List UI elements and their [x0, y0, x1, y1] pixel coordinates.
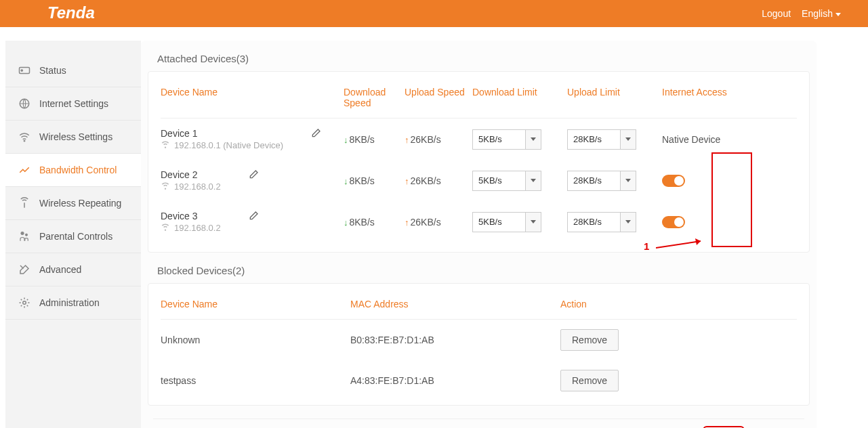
- table-row: Device 1 192.168.0.1 (Native Device) ↓8K…: [161, 119, 797, 160]
- sidebar-item-label: Internet Settings: [39, 98, 108, 109]
- table-row: Unknown B0:83:FE:B7:D1:AB Remove: [161, 320, 797, 360]
- edit-icon[interactable]: [248, 169, 259, 182]
- globe-icon: [18, 97, 31, 110]
- table-row: Device 3 192.168.0.2 ↓8KB/s ↑26KB/s: [161, 201, 797, 242]
- top-bar: Tenda Logout English: [0, 0, 868, 27]
- attached-header-row: Device Name Download Speed Upload Speed …: [161, 81, 797, 119]
- device-ip: 192.168.0.1 (Native Device): [174, 140, 283, 150]
- col-name-header: Device Name: [161, 87, 344, 98]
- sidebar-item-advanced[interactable]: Advanced: [5, 253, 141, 286]
- blocked-name: testpass: [161, 375, 350, 386]
- wifi-icon: [18, 130, 31, 144]
- parental-icon: [18, 230, 31, 243]
- sidebar: Status Internet Settings Wireless Settin…: [5, 41, 141, 428]
- access-toggle[interactable]: [662, 175, 685, 187]
- gear-icon: [18, 296, 31, 309]
- blocked-mac: B0:83:FE:B7:D1:AB: [350, 335, 560, 345]
- sidebar-item-status[interactable]: Status: [5, 54, 141, 87]
- ul-limit-dropdown[interactable]: [620, 171, 636, 191]
- download-arrow-icon: ↓: [344, 217, 348, 228]
- device-ip: 192.168.0.2: [174, 223, 221, 233]
- wifi-small-icon: [161, 223, 170, 233]
- device-name: Device 2: [161, 169, 221, 180]
- sidebar-item-label: Administration: [39, 297, 100, 308]
- wifi-small-icon: [161, 140, 170, 150]
- upload-arrow-icon: ↑: [405, 217, 409, 228]
- access-native: Native Device: [662, 134, 737, 145]
- tools-icon: [18, 263, 31, 276]
- antenna-icon: [18, 196, 31, 210]
- blocked-panel: Device Name MAC Address Action Unknown B…: [148, 283, 810, 406]
- ul-limit-input[interactable]: [567, 212, 620, 232]
- sidebar-item-label: Status: [39, 65, 66, 76]
- dl-speed: 8KB/s: [350, 134, 375, 145]
- chart-icon: [18, 163, 31, 177]
- sidebar-item-repeating[interactable]: Wireless Repeating: [5, 187, 141, 220]
- svg-point-5: [21, 232, 24, 235]
- wifi-small-icon: [161, 181, 170, 192]
- download-arrow-icon: ↓: [344, 135, 348, 145]
- sidebar-item-wireless[interactable]: Wireless Settings: [5, 121, 141, 154]
- blocked-mac: A4:83:FE:B7:D1:AB: [350, 375, 560, 386]
- footer-actions: OK Cancel: [153, 419, 804, 428]
- dashboard-icon: [18, 64, 31, 77]
- col-dlspeed-header: Download Speed: [344, 87, 405, 108]
- dl-speed: 8KB/s: [350, 175, 375, 186]
- blocked-title: Blocked Devices(2): [148, 265, 810, 283]
- device-name: Device 3: [161, 211, 221, 221]
- language-select[interactable]: English: [802, 8, 841, 19]
- dl-limit-dropdown[interactable]: [525, 171, 541, 191]
- dl-limit-input[interactable]: [472, 129, 525, 150]
- attached-title: Attached Devices(3): [148, 53, 810, 71]
- svg-point-2: [21, 70, 23, 72]
- svg-text:Tenda: Tenda: [47, 5, 95, 22]
- edit-icon[interactable]: [310, 128, 321, 141]
- device-ip: 192.168.0.2: [174, 181, 221, 192]
- brand-logo: Tenda: [47, 5, 122, 22]
- ul-speed: 26KB/s: [411, 175, 441, 186]
- bcol-action-header: Action: [560, 299, 642, 309]
- ul-limit-dropdown[interactable]: [620, 129, 636, 150]
- attached-panel: Device Name Download Speed Upload Speed …: [148, 71, 810, 253]
- col-access-header: Internet Access: [662, 87, 737, 98]
- upload-arrow-icon: ↑: [405, 135, 409, 145]
- download-arrow-icon: ↓: [344, 176, 348, 186]
- ul-speed: 26KB/s: [411, 134, 441, 145]
- blocked-header-row: Device Name MAC Address Action: [161, 293, 797, 320]
- top-links: Logout English: [762, 8, 841, 19]
- ul-limit-input[interactable]: [567, 171, 620, 191]
- access-toggle[interactable]: [662, 216, 685, 228]
- sidebar-item-parental[interactable]: Parental Controls: [5, 220, 141, 253]
- dl-limit-input[interactable]: [472, 212, 525, 232]
- chevron-down-icon: [835, 13, 841, 16]
- col-ullimit-header: Upload Limit: [567, 87, 662, 98]
- upload-arrow-icon: ↑: [405, 176, 409, 186]
- sidebar-item-label: Bandwidth Control: [39, 165, 117, 175]
- dl-speed: 8KB/s: [350, 217, 375, 228]
- sidebar-item-label: Parental Controls: [39, 231, 112, 242]
- table-row: Device 2 192.168.0.2 ↓8KB/s ↑26KB/s: [161, 160, 797, 201]
- dl-limit-dropdown[interactable]: [525, 129, 541, 150]
- ul-limit-dropdown[interactable]: [620, 212, 636, 232]
- ul-limit-input[interactable]: [567, 129, 620, 150]
- col-ulspeed-header: Upload Speed: [405, 87, 472, 98]
- svg-point-7: [23, 301, 26, 305]
- edit-icon[interactable]: [248, 211, 259, 223]
- svg-point-6: [25, 234, 27, 236]
- svg-point-4: [24, 140, 25, 142]
- remove-button[interactable]: Remove: [560, 370, 619, 391]
- blocked-name: Unknown: [161, 335, 350, 345]
- sidebar-item-bandwidth[interactable]: Bandwidth Control: [5, 154, 141, 187]
- sidebar-item-label: Advanced: [39, 264, 81, 275]
- dl-limit-input[interactable]: [472, 171, 525, 191]
- remove-button[interactable]: Remove: [560, 329, 619, 351]
- sidebar-item-internet[interactable]: Internet Settings: [5, 87, 141, 121]
- sidebar-item-admin[interactable]: Administration: [5, 286, 141, 320]
- table-row: testpass A4:83:FE:B7:D1:AB Remove: [161, 360, 797, 401]
- col-dllimit-header: Download Limit: [472, 87, 567, 98]
- sidebar-item-label: Wireless Repeating: [39, 198, 121, 209]
- logout-link[interactable]: Logout: [762, 8, 791, 19]
- main-panel: Attached Devices(3) Device Name Download…: [141, 41, 817, 428]
- bcol-name-header: Device Name: [161, 299, 350, 309]
- dl-limit-dropdown[interactable]: [525, 212, 541, 232]
